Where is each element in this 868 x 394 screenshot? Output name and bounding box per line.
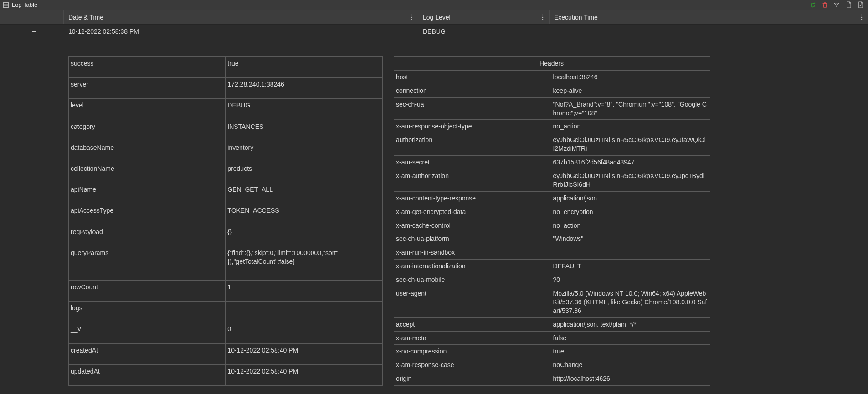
table-row[interactable]: 10-12-2022 02:58:38 PM DEBUG bbox=[0, 25, 868, 38]
header-row: x-am-metafalse bbox=[394, 331, 710, 345]
panel-title: Log Table bbox=[12, 1, 37, 8]
detail-value: 10-12-2022 02:58:40 PM bbox=[226, 364, 383, 385]
header-row: hostlocalhost:38246 bbox=[394, 70, 710, 84]
detail-row: apiNameGEN_GET_ALL bbox=[69, 183, 383, 204]
detail-value: inventory bbox=[226, 141, 383, 162]
header-value: "Windows" bbox=[551, 232, 710, 246]
detail-value: 172.28.240.1:38246 bbox=[226, 78, 383, 99]
header-row: originhttp://localhost:4626 bbox=[394, 372, 710, 386]
header-value: application/json, text/plain, */* bbox=[551, 317, 710, 331]
svg-point-7 bbox=[542, 14, 544, 15]
header-value: false bbox=[551, 331, 710, 345]
detail-key: rowCount bbox=[69, 281, 226, 302]
svg-point-8 bbox=[542, 16, 544, 18]
header-key: x-am-response-case bbox=[394, 358, 551, 372]
header-row: x-am-response-object-typeno_action bbox=[394, 120, 710, 133]
header-row: authorizationeyJhbGciOiJIUzI1NiIsInR5cCI… bbox=[394, 133, 710, 156]
header-loglevel[interactable]: Log Level bbox=[418, 10, 550, 24]
header-exectime[interactable]: Execution Time bbox=[550, 10, 868, 24]
header-row: x-am-cache-controlno_action bbox=[394, 219, 710, 232]
header-key: x-am-response-object-type bbox=[394, 120, 551, 133]
detail-row: updatedAt10-12-2022 02:58:40 PM bbox=[69, 364, 383, 385]
svg-point-5 bbox=[411, 16, 412, 18]
svg-point-6 bbox=[411, 19, 412, 20]
cell-loglevel: DEBUG bbox=[418, 28, 550, 35]
header-key: authorization bbox=[394, 133, 551, 156]
header-key: x-am-internationalization bbox=[394, 260, 551, 273]
header-row: x-am-response-casenoChange bbox=[394, 358, 710, 372]
detail-value: 0 bbox=[226, 322, 383, 343]
detail-key: success bbox=[69, 57, 226, 78]
detail-row: rowCount1 bbox=[69, 281, 383, 302]
header-row: x-am-content-type-responseapplication/js… bbox=[394, 191, 710, 205]
svg-rect-0 bbox=[4, 2, 9, 7]
header-value: no_action bbox=[551, 120, 710, 133]
header-key: sec-ch-ua bbox=[394, 97, 551, 120]
detail-key: collectionName bbox=[69, 162, 226, 183]
header-row: sec-ch-ua-platform"Windows" bbox=[394, 232, 710, 246]
header-key: x-am-cache-control bbox=[394, 219, 551, 232]
detail-key: __v bbox=[69, 322, 226, 343]
filter-button[interactable] bbox=[832, 1, 842, 9]
export-button[interactable] bbox=[843, 1, 853, 9]
detail-key: level bbox=[69, 99, 226, 120]
svg-rect-13 bbox=[32, 31, 36, 32]
panel-titlebar: Log Table bbox=[0, 0, 868, 10]
header-key: x-am-get-encrypted-data bbox=[394, 205, 551, 219]
detail-key: databaseName bbox=[69, 141, 226, 162]
column-menu-exectime[interactable] bbox=[858, 14, 865, 21]
header-value: true bbox=[551, 345, 710, 358]
header-row: x-am-authorizationeyJhbGciOiJIUzI1NiIsIn… bbox=[394, 169, 710, 192]
header-row: sec-ch-ua-mobile?0 bbox=[394, 273, 710, 287]
detail-value: DEBUG bbox=[226, 99, 383, 120]
detail-key: reqPayload bbox=[69, 225, 226, 246]
header-key: accept bbox=[394, 317, 551, 331]
header-row: x-am-get-encrypted-datano_encryption bbox=[394, 205, 710, 219]
header-value: application/json bbox=[551, 191, 710, 205]
detail-value: 10-12-2022 02:58:40 PM bbox=[226, 343, 383, 364]
detail-key: server bbox=[69, 78, 226, 99]
detail-table-headers: Headers hostlocalhost:38246connectionkee… bbox=[394, 56, 710, 386]
detail-row: queryParams{"find":{},"skip":0,"limit":1… bbox=[69, 246, 383, 280]
copy-button[interactable] bbox=[855, 1, 865, 9]
header-datetime[interactable]: Date & Time bbox=[64, 10, 418, 24]
detail-row: categoryINSTANCES bbox=[69, 120, 383, 141]
headers-table-title: Headers bbox=[394, 57, 710, 71]
detail-row: collectionNameproducts bbox=[69, 162, 383, 183]
detail-key: queryParams bbox=[69, 246, 226, 280]
svg-point-9 bbox=[542, 19, 544, 20]
header-key: x-am-authorization bbox=[394, 169, 551, 192]
detail-key: updatedAt bbox=[69, 364, 226, 385]
header-key: x-am-meta bbox=[394, 331, 551, 345]
header-key: sec-ch-ua-platform bbox=[394, 232, 551, 246]
header-key: x-no-compression bbox=[394, 345, 551, 358]
table-header: Date & Time Log Level Execution Time bbox=[0, 10, 868, 25]
header-value: "Not?A_Brand";v="8", "Chromium";v="108",… bbox=[551, 97, 710, 120]
column-menu-datetime[interactable] bbox=[408, 14, 415, 21]
detail-value: TOKEN_ACCESS bbox=[226, 204, 383, 225]
header-value: 637b15816f2d56f48ad43947 bbox=[551, 156, 710, 169]
header-row: x-am-secret637b15816f2d56f48ad43947 bbox=[394, 156, 710, 169]
collapse-icon[interactable] bbox=[31, 28, 38, 35]
header-row: x-no-compressiontrue bbox=[394, 345, 710, 358]
header-row: acceptapplication/json, text/plain, */* bbox=[394, 317, 710, 331]
header-key: x-am-secret bbox=[394, 156, 551, 169]
detail-row: apiAccessTypeTOKEN_ACCESS bbox=[69, 204, 383, 225]
header-value: Mozilla/5.0 (Windows NT 10.0; Win64; x64… bbox=[551, 287, 710, 318]
header-value: no_encryption bbox=[551, 205, 710, 219]
detail-panel: successtrueserver172.28.240.1:38246level… bbox=[0, 38, 868, 390]
refresh-button[interactable] bbox=[808, 1, 818, 9]
detail-row: createdAt10-12-2022 02:58:40 PM bbox=[69, 343, 383, 364]
detail-value: INSTANCES bbox=[226, 120, 383, 141]
header-datetime-label: Date & Time bbox=[68, 14, 103, 21]
delete-button[interactable] bbox=[820, 1, 830, 9]
detail-value: products bbox=[226, 162, 383, 183]
detail-row: successtrue bbox=[69, 57, 383, 78]
header-exectime-label: Execution Time bbox=[554, 14, 598, 21]
detail-row: reqPayload{} bbox=[69, 225, 383, 246]
header-value: keep-alive bbox=[551, 84, 710, 97]
detail-value: GEN_GET_ALL bbox=[226, 183, 383, 204]
header-value: DEFAULT bbox=[551, 260, 710, 273]
header-key: sec-ch-ua-mobile bbox=[394, 273, 551, 287]
column-menu-loglevel[interactable] bbox=[539, 14, 546, 21]
